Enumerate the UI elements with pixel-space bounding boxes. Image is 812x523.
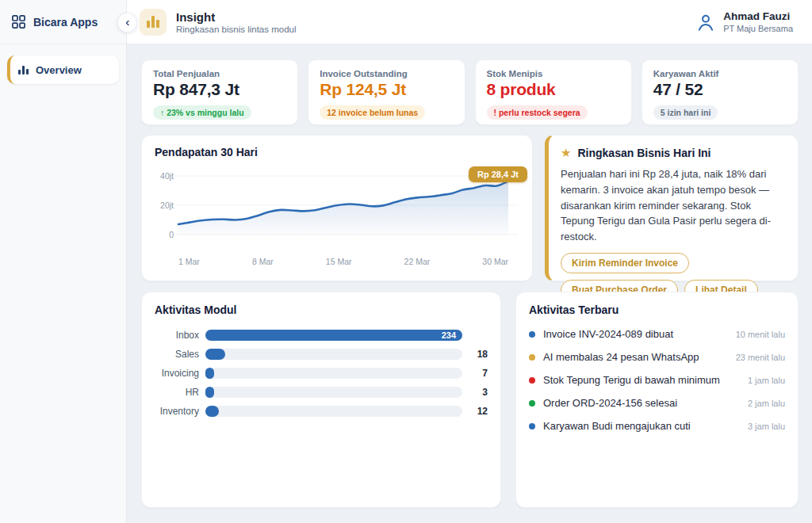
bar-value: 234: [442, 330, 462, 340]
line-chart-svg: 020jt40jt: [155, 170, 521, 242]
sidebar-collapse-button[interactable]: [117, 13, 137, 32]
user-company: PT Maju Bersama: [723, 24, 793, 33]
stat-label: Invoice Outstanding: [320, 69, 453, 78]
chevron-left-icon: [123, 18, 132, 28]
user-icon: [695, 12, 716, 32]
bar-chart-icon: [147, 16, 159, 28]
bar-track: [205, 349, 462, 360]
activity-item: Order ORD-2024-156 selesai2 jam lalu: [529, 391, 785, 414]
x-tick-label: 30 Mar: [482, 257, 508, 266]
x-tick-label: 22 Mar: [404, 257, 431, 266]
bar-category-label: Invoicing: [155, 368, 199, 379]
stat-badge: ↑ 23% vs minggu lalu: [153, 105, 251, 120]
x-tick-label: 15 Mar: [326, 257, 352, 266]
bar-category-label: HR: [155, 387, 199, 398]
x-tick-label: 1 Mar: [178, 257, 200, 266]
app-name: Bicara Apps: [33, 16, 98, 29]
user-name: Ahmad Fauzi: [723, 10, 793, 23]
stat-value: 8 produk: [487, 80, 620, 99]
insight-module-icon: [140, 9, 167, 36]
revenue-line-chart: 020jt40jt 1 Mar8 Mar15 Mar22 Mar30 Mar: [155, 170, 519, 266]
activity-text: Invoice INV-2024-089 dibuat: [543, 328, 728, 340]
bar-fill: [205, 349, 225, 360]
bar-category-label: Sales: [155, 349, 199, 360]
page-header-left: Insight Ringkasan bisnis lintas modul: [140, 9, 297, 36]
bar-value: 12: [469, 406, 488, 417]
stat-badge: 5 izin hari ini: [653, 105, 718, 120]
business-summary-card: ★ Ringkasan Bisnis Hari Ini Penjualan ha…: [545, 135, 799, 281]
page-subtitle: Ringkasan bisnis lintas modul: [176, 25, 297, 34]
user-menu[interactable]: Ahmad Fauzi PT Maju Bersama: [695, 10, 793, 32]
activity-time: 3 jam lalu: [748, 422, 785, 431]
module-activity-card: Aktivitas Modul Inbox234Sales18Invoicing…: [141, 292, 501, 508]
stat-value: Rp 847,3 Jt: [153, 80, 286, 99]
bar-track: [205, 406, 462, 417]
stats-row: Total PenjualanRp 847,3 Jt↑ 23% vs mingg…: [141, 59, 799, 125]
module-activity-bars: Inbox234Sales18Invoicing7HR3Inventory12: [155, 326, 488, 421]
x-tick-label: 8 Mar: [252, 257, 274, 266]
sidebar-header: Bicara Apps: [0, 0, 126, 44]
bar-category-label: Inventory: [155, 406, 199, 417]
activity-item: Stok Tepung Terigu di bawah minimum1 jam…: [529, 368, 785, 391]
bar-track: [205, 387, 462, 398]
stat-label: Karyawan Aktif: [653, 69, 787, 78]
sidebar-item-overview[interactable]: Overview: [7, 55, 119, 84]
sidebar-nav: Overview: [0, 55, 126, 84]
svg-text:20jt: 20jt: [160, 200, 174, 210]
recent-activity-card: Aktivitas Terbaru Invoice INV-2024-089 d…: [515, 292, 799, 508]
page-header: Insight Ringkasan bisnis lintas modul Ah…: [127, 0, 812, 44]
bar-fill: 234: [205, 330, 462, 341]
activity-text: Order ORD-2024-156 selesai: [543, 397, 740, 409]
summary-action-kirim-reminder-invoice[interactable]: Kirim Reminder Invoice: [561, 253, 689, 273]
bar-value: 7: [469, 368, 488, 379]
activity-time: 2 jam lalu: [748, 399, 785, 408]
revenue-chart-card: Pendapatan 30 Hari 020jt40jt 1 Mar8 Mar1…: [141, 135, 533, 281]
activity-time: 10 menit lalu: [736, 330, 785, 339]
dashboard-content: Total PenjualanRp 847,3 Jt↑ 23% vs mingg…: [127, 44, 812, 508]
status-dot-icon: [529, 400, 535, 407]
status-dot-icon: [529, 377, 535, 384]
stat-card-0: Total PenjualanRp 847,3 Jt↑ 23% vs mingg…: [141, 59, 298, 125]
activity-item: Invoice INV-2024-089 dibuat10 menit lalu: [529, 323, 785, 345]
stat-label: Stok Menipis: [487, 69, 620, 78]
activity-text: Stok Tepung Terigu di bawah minimum: [543, 374, 740, 386]
svg-text:40jt: 40jt: [160, 171, 174, 181]
module-bar-row-inbox: Inbox234: [155, 326, 488, 345]
activity-time: 23 menit lalu: [736, 353, 785, 362]
main-area: Insight Ringkasan bisnis lintas modul Ah…: [127, 0, 812, 508]
app-logo-grid-icon: [11, 14, 26, 29]
bar-value: 3: [469, 387, 488, 398]
module-activity-title: Aktivitas Modul: [155, 303, 488, 316]
stat-value: Rp 124,5 Jt: [320, 80, 453, 99]
activity-text: AI membalas 24 pesan WhatsApp: [543, 351, 728, 363]
bar-track: 234: [205, 330, 462, 341]
module-bar-row-hr: HR3: [155, 383, 488, 402]
activity-time: 1 jam lalu: [748, 376, 785, 385]
bar-category-label: Inbox: [155, 330, 199, 341]
stat-value: 47 / 52: [653, 80, 787, 99]
summary-body: Penjualan hari ini Rp 28,4 juta, naik 18…: [561, 166, 785, 245]
recent-activity-title: Aktivitas Terbaru: [529, 303, 785, 316]
stat-card-2: Stok Menipis8 produk! perlu restock sege…: [475, 59, 632, 125]
recent-activity-list: Invoice INV-2024-089 dibuat10 menit lalu…: [529, 323, 785, 437]
module-bar-row-inventory: Inventory12: [155, 402, 488, 421]
status-dot-icon: [529, 354, 535, 361]
bar-track: [205, 368, 462, 379]
activity-item: AI membalas 24 pesan WhatsApp23 menit la…: [529, 345, 785, 368]
module-bar-row-invoicing: Invoicing7: [155, 364, 488, 383]
activity-text: Karyawan Budi mengajukan cuti: [543, 420, 740, 432]
page-title: Insight: [176, 10, 297, 25]
star-icon: ★: [561, 146, 571, 160]
status-dot-icon: [529, 423, 535, 429]
chart-annotation-badge: Rp 28,4 Jt: [469, 166, 527, 182]
stat-card-3: Karyawan Aktif47 / 525 izin hari ini: [642, 59, 799, 125]
bar-fill: [205, 368, 214, 379]
sidebar: Bicara Apps Overview: [0, 0, 127, 523]
stat-badge: 12 invoice belum lunas: [320, 105, 425, 120]
summary-title: Ringkasan Bisnis Hari Ini: [577, 147, 710, 159]
stat-card-1: Invoice OutstandingRp 124,5 Jt12 invoice…: [308, 59, 465, 125]
sidebar-item-label: Overview: [36, 64, 82, 76]
svg-text:0: 0: [169, 230, 174, 239]
stat-badge: ! perlu restock segera: [487, 105, 588, 120]
bar-fill: [205, 406, 219, 417]
